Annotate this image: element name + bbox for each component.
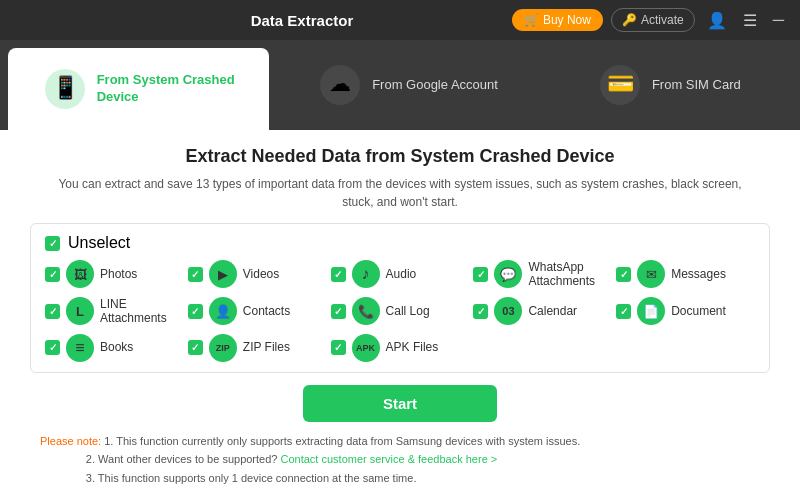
list-item: ▶ Videos: [188, 260, 327, 289]
user-icon-button[interactable]: 👤: [703, 9, 731, 32]
key-icon: 🔑: [622, 13, 637, 27]
list-item: L LINEAttachments: [45, 297, 184, 326]
svg-text:📱: 📱: [51, 74, 79, 101]
titlebar-actions: 🛒 Buy Now 🔑 Activate 👤 ☰ ─: [512, 8, 788, 32]
list-item: 🖼 Photos: [45, 260, 184, 289]
list-item: APK APK Files: [331, 334, 470, 362]
buy-now-button[interactable]: 🛒 Buy Now: [512, 9, 603, 31]
photos-label: Photos: [100, 267, 137, 281]
svg-text:💳: 💳: [606, 70, 634, 97]
items-grid: 🖼 Photos ▶ Videos ♪ Audio 💬 WhatsAppAtta…: [45, 260, 755, 362]
page-description: You can extract and save 13 types of imp…: [30, 175, 770, 211]
note-line-1: 1. This function currently only supports…: [104, 435, 580, 447]
cart-icon: 🛒: [524, 13, 539, 27]
nav-tabs: 📱 From System CrashedDevice ☁ From Googl…: [0, 40, 800, 130]
app-title: Data Extractor: [251, 12, 354, 29]
books-label: Books: [100, 340, 133, 354]
audio-icon: ♪: [352, 260, 380, 288]
messages-icon: ✉: [637, 260, 665, 288]
whatsapp-checkbox[interactable]: [473, 267, 488, 282]
videos-checkbox[interactable]: [188, 267, 203, 282]
list-item: ♪ Audio: [331, 260, 470, 289]
contacts-icon: 👤: [209, 297, 237, 325]
page-title: Extract Needed Data from System Crashed …: [30, 146, 770, 167]
buy-label: Buy Now: [543, 13, 591, 27]
list-item: 👤 Contacts: [188, 297, 327, 326]
line-checkbox[interactable]: [45, 304, 60, 319]
line-icon: L: [66, 297, 94, 325]
list-item: 03 Calendar: [473, 297, 612, 326]
note-label: Please note:: [40, 435, 101, 447]
zip-checkbox[interactable]: [188, 340, 203, 355]
menu-button[interactable]: ☰: [739, 9, 761, 32]
messages-label: Messages: [671, 267, 726, 281]
books-icon: ≡: [66, 334, 94, 362]
photos-icon: 🖼: [66, 260, 94, 288]
tab-crashed-device-label: From System CrashedDevice: [97, 72, 235, 106]
list-item: 📞 Call Log: [331, 297, 470, 326]
whatsapp-icon: 💬: [494, 260, 522, 288]
calllog-icon: 📞: [352, 297, 380, 325]
zip-label: ZIP Files: [243, 340, 290, 354]
list-item: ✉ Messages: [616, 260, 755, 289]
tab-google-account-label: From Google Account: [372, 77, 498, 94]
audio-label: Audio: [386, 267, 417, 281]
calllog-checkbox[interactable]: [331, 304, 346, 319]
start-button[interactable]: Start: [303, 385, 497, 422]
line-label: LINEAttachments: [100, 297, 167, 326]
unselect-label: Unselect: [68, 234, 130, 252]
calendar-label: Calendar: [528, 304, 577, 318]
calllog-label: Call Log: [386, 304, 430, 318]
minimize-button[interactable]: ─: [769, 9, 788, 31]
titlebar: Data Extractor 🛒 Buy Now 🔑 Activate 👤 ☰ …: [0, 0, 800, 40]
videos-icon: ▶: [209, 260, 237, 288]
contacts-label: Contacts: [243, 304, 290, 318]
main-content: Extract Needed Data from System Crashed …: [0, 130, 800, 500]
apk-icon: APK: [352, 334, 380, 362]
whatsapp-label: WhatsAppAttachments: [528, 260, 595, 289]
list-item: 💬 WhatsAppAttachments: [473, 260, 612, 289]
sim-card-icon: 💳: [598, 63, 642, 107]
feedback-link[interactable]: Contact customer service & feedback here…: [281, 453, 498, 465]
audio-checkbox[interactable]: [331, 267, 346, 282]
start-button-wrap: Start: [30, 385, 770, 422]
crashed-device-icon: 📱: [43, 67, 87, 111]
document-checkbox[interactable]: [616, 304, 631, 319]
list-item: 📄 Document: [616, 297, 755, 326]
photos-checkbox[interactable]: [45, 267, 60, 282]
videos-label: Videos: [243, 267, 279, 281]
tab-sim-card[interactable]: 💳 From SIM Card: [539, 40, 800, 130]
document-label: Document: [671, 304, 726, 318]
tab-google-account[interactable]: ☁ From Google Account: [277, 40, 538, 130]
unselect-checkbox[interactable]: [45, 236, 60, 251]
tab-sim-card-label: From SIM Card: [652, 77, 741, 94]
apk-checkbox[interactable]: [331, 340, 346, 355]
notes-section: Please note: 1. This function currently …: [30, 432, 770, 488]
zip-icon: ZIP: [209, 334, 237, 362]
google-account-icon: ☁: [318, 63, 362, 107]
unselect-row: Unselect: [45, 234, 755, 252]
apk-label: APK Files: [386, 340, 439, 354]
document-icon: 📄: [637, 297, 665, 325]
note-line-2: 2. Want other devices to be supported? C…: [40, 453, 497, 465]
activate-button[interactable]: 🔑 Activate: [611, 8, 695, 32]
calendar-checkbox[interactable]: [473, 304, 488, 319]
activate-label: Activate: [641, 13, 684, 27]
books-checkbox[interactable]: [45, 340, 60, 355]
svg-text:☁: ☁: [329, 71, 351, 96]
tab-crashed-device[interactable]: 📱 From System CrashedDevice: [8, 48, 269, 130]
list-item: ≡ Books: [45, 334, 184, 362]
messages-checkbox[interactable]: [616, 267, 631, 282]
note-line-3: 3. This function supports only 1 device …: [40, 472, 416, 484]
contacts-checkbox[interactable]: [188, 304, 203, 319]
calendar-icon: 03: [494, 297, 522, 325]
list-item: ZIP ZIP Files: [188, 334, 327, 362]
items-container: Unselect 🖼 Photos ▶ Videos ♪ Audio 💬: [30, 223, 770, 373]
